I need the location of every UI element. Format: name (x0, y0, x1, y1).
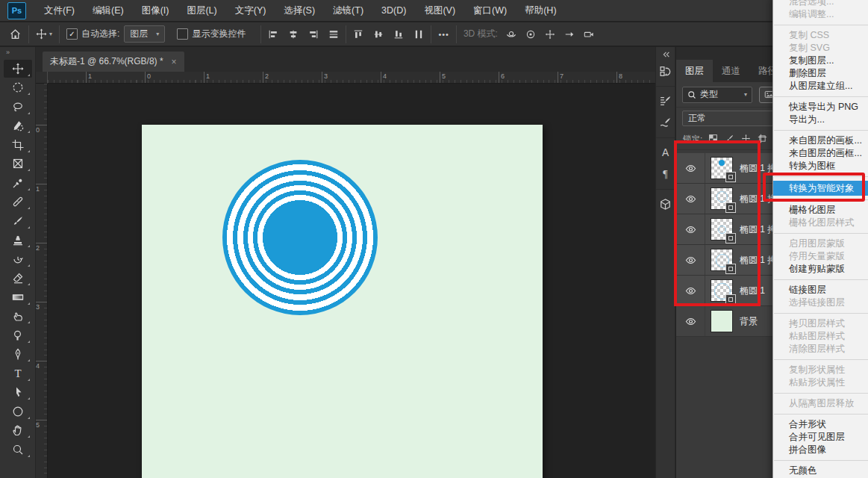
panel-tab-图层[interactable]: 图层 (676, 60, 713, 82)
history-brush-tool[interactable] (4, 250, 32, 268)
move-tool[interactable] (4, 60, 32, 78)
lock-transparent-button[interactable] (708, 134, 718, 145)
more-options-button[interactable]: ••• (438, 30, 449, 39)
layer-visibility-toggle[interactable] (676, 245, 705, 275)
layer-thumbnail[interactable] (711, 310, 733, 332)
menu-item-10[interactable]: 帮助(H) (516, 0, 565, 22)
layer-visibility-toggle[interactable] (676, 184, 705, 214)
menu-item-0[interactable]: 文件(F) (35, 0, 84, 22)
context-menu-item-16[interactable]: 转换为智能对象 (773, 181, 868, 196)
brush-presets-panel-button[interactable] (657, 114, 674, 131)
layer-name[interactable]: 背景 (740, 315, 758, 328)
crop-tool[interactable] (4, 136, 32, 154)
layer-visibility-toggle[interactable] (676, 306, 705, 336)
lasso-tool[interactable] (4, 98, 32, 116)
align-v-center-button[interactable] (373, 29, 384, 40)
brush-settings-panel-button[interactable] (657, 93, 674, 110)
context-menu-item-23[interactable]: 创建剪贴蒙版 (773, 263, 868, 276)
auto-select-target-dropdown[interactable]: 图层 ▾ (124, 25, 165, 43)
hand-tool[interactable] (4, 421, 32, 439)
horizontal-ruler[interactable]: 1012345678 (48, 72, 655, 84)
auto-select-checkbox[interactable]: ✓ (66, 28, 78, 40)
layer-visibility-toggle[interactable] (676, 153, 705, 183)
elliptical-marquee-tool[interactable] (4, 78, 32, 96)
align-right-button[interactable] (308, 29, 319, 40)
move-tool-preset[interactable] (36, 28, 47, 40)
frame-tool[interactable] (4, 155, 32, 173)
zoom-tool[interactable] (4, 441, 32, 459)
align-bottom-button[interactable] (393, 29, 404, 40)
context-menu-item-37[interactable]: 合并形状 (773, 418, 868, 431)
eyedropper-tool[interactable] (4, 174, 32, 192)
layer-thumbnail[interactable] (711, 249, 733, 271)
layer-filter-kind-dropdown[interactable]: 类型 ▾ (682, 87, 752, 103)
smudge-tool[interactable] (4, 307, 32, 325)
context-menu-item-41[interactable]: 无颜色 (773, 465, 868, 477)
layer-thumbnail[interactable] (711, 218, 733, 240)
close-tab-icon[interactable]: × (172, 57, 177, 67)
dodge-tool[interactable] (4, 326, 32, 344)
expand-panels-icon[interactable] (661, 49, 671, 60)
distribute-h-button[interactable] (328, 29, 339, 40)
quick-selection-tool[interactable] (4, 117, 32, 134)
gradient-tool[interactable] (4, 288, 32, 306)
context-menu-item-14[interactable]: 转换为图框 (773, 160, 868, 173)
context-menu-item-9[interactable]: 快速导出为 PNG (773, 101, 868, 114)
context-menu-item-6[interactable]: 删除图层 (773, 67, 868, 80)
context-menu-item-38[interactable]: 合并可见图层 (773, 431, 868, 444)
distribute-v-button[interactable] (413, 29, 424, 40)
threed-panel-panel-button[interactable] (657, 196, 674, 213)
ruler-origin-corner[interactable] (36, 72, 48, 84)
context-menu-item-5[interactable]: 复制图层... (773, 55, 868, 67)
layer-name[interactable]: 椭圆 1 (740, 285, 765, 297)
character-panel-button[interactable]: A (657, 144, 674, 161)
menu-item-3[interactable]: 图层(L) (178, 0, 225, 22)
clone-stamp-tool[interactable] (4, 231, 32, 249)
type-tool[interactable]: T (4, 364, 32, 382)
context-menu-item-18[interactable]: 栅格化图层 (773, 204, 868, 217)
path-selection-tool[interactable] (4, 383, 32, 401)
layer-visibility-toggle[interactable] (676, 276, 705, 305)
orbit-3d-button[interactable] (506, 29, 516, 40)
context-menu-item-13[interactable]: 来自图层的画框... (773, 147, 868, 160)
eraser-tool[interactable] (4, 269, 32, 287)
layer-visibility-toggle[interactable] (676, 214, 705, 244)
layer-thumbnail[interactable] (711, 187, 733, 210)
show-transform-checkbox[interactable] (177, 28, 188, 40)
home-button[interactable] (9, 28, 22, 40)
panel-tab-通道[interactable]: 通道 (713, 60, 749, 82)
camera-3d-button[interactable] (584, 29, 594, 40)
toolbar-expand-icon[interactable]: » (0, 47, 35, 58)
context-menu-item-39[interactable]: 拼合图像 (773, 444, 868, 456)
lock-position-button[interactable] (741, 134, 751, 145)
menu-item-1[interactable]: 编辑(E) (84, 0, 133, 22)
slide-3d-button[interactable] (564, 29, 575, 40)
lock-artboard-button[interactable] (758, 134, 767, 145)
menu-item-9[interactable]: 窗口(W) (464, 0, 516, 22)
roll-3d-button[interactable] (525, 29, 536, 40)
menu-item-8[interactable]: 视图(V) (415, 0, 464, 22)
layer-thumbnail[interactable] (711, 279, 733, 302)
menu-item-2[interactable]: 图像(I) (133, 0, 178, 22)
align-left-button[interactable] (268, 29, 278, 40)
menu-item-5[interactable]: 选择(S) (275, 0, 324, 22)
concentric-circles-artwork[interactable] (222, 160, 378, 315)
context-menu-item-7[interactable]: 从图层建立组... (773, 80, 868, 93)
lock-image-button[interactable] (725, 134, 734, 145)
pasteboard[interactable] (48, 84, 655, 478)
document-tab[interactable]: 未标题-1 @ 66.7%(RGB/8) * × (43, 52, 184, 72)
align-h-center-button[interactable] (288, 29, 299, 40)
history-panel-button[interactable] (657, 63, 674, 80)
vertical-ruler[interactable]: 012345 (36, 84, 48, 478)
menu-item-6[interactable]: 滤镜(T) (324, 0, 372, 22)
ellipse-shape-tool[interactable] (4, 403, 32, 420)
pan-3d-button[interactable] (545, 29, 555, 40)
spot-healing-tool[interactable] (4, 193, 32, 211)
pen-tool[interactable] (4, 345, 32, 363)
brush-tool[interactable] (4, 212, 32, 230)
canvas[interactable] (142, 125, 543, 478)
context-menu-item-10[interactable]: 导出为... (773, 114, 868, 126)
layer-thumbnail[interactable] (711, 157, 733, 179)
paragraph-panel-button[interactable]: ¶ (657, 166, 674, 183)
menu-item-4[interactable]: 文字(Y) (226, 0, 275, 22)
